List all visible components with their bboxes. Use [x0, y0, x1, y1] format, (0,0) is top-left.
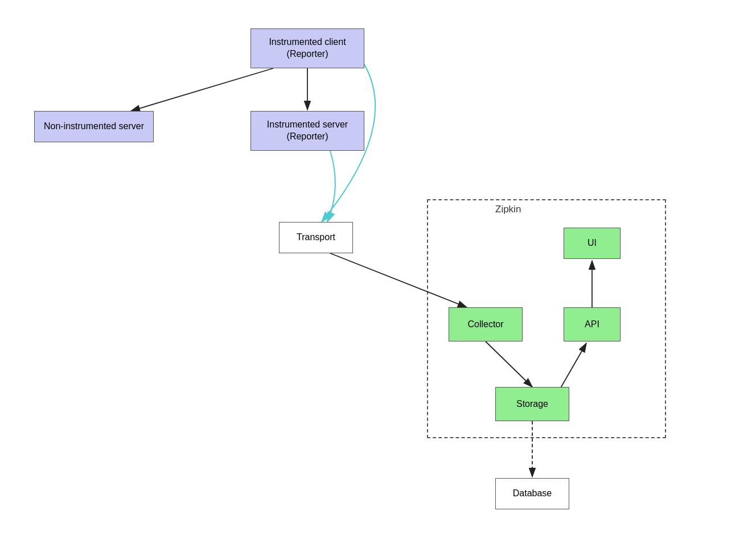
collector-label: Collector [467, 319, 503, 331]
instrumented-client-node: Instrumented client(Reporter) [250, 28, 364, 68]
transport-node: Transport [279, 222, 353, 253]
svg-line-3 [131, 68, 273, 111]
ui-node: UI [564, 228, 621, 259]
diagram: Zipkin [0, 0, 756, 560]
database-label: Database [513, 488, 552, 500]
collector-node: Collector [449, 307, 523, 341]
database-node: Database [495, 478, 569, 509]
storage-label: Storage [516, 398, 548, 410]
transport-label: Transport [297, 232, 335, 244]
instrumented-server-node: Instrumented server(Reporter) [250, 111, 364, 151]
api-label: API [585, 319, 599, 331]
non-instrumented-server-label: Non-instrumented server [44, 121, 144, 133]
storage-node: Storage [495, 387, 569, 421]
ui-label: UI [587, 237, 597, 249]
instrumented-client-label: Instrumented client(Reporter) [269, 36, 346, 60]
api-node: API [564, 307, 621, 341]
instrumented-server-label: Instrumented server(Reporter) [267, 119, 348, 143]
non-instrumented-server-node: Non-instrumented server [34, 111, 154, 142]
zipkin-label: Zipkin [495, 204, 521, 215]
